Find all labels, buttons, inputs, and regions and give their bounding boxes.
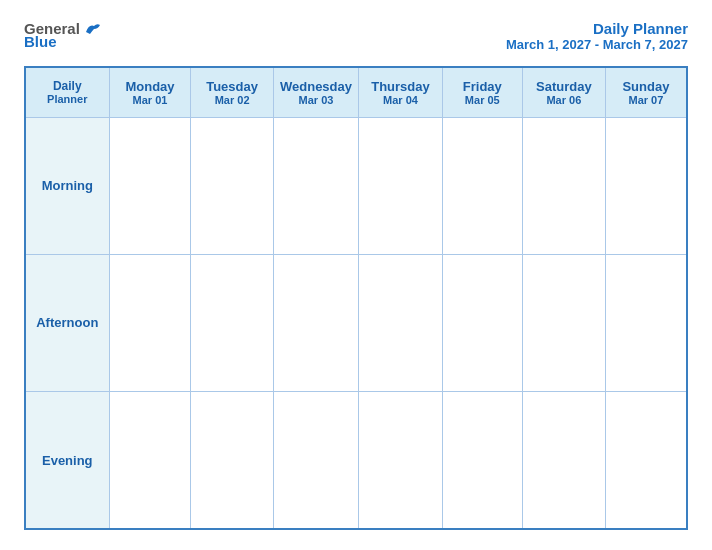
thursday-name: Thursday bbox=[359, 79, 441, 94]
evening-wednesday-cell[interactable] bbox=[273, 392, 359, 529]
morning-friday-cell[interactable] bbox=[442, 117, 522, 254]
planner-title: Daily Planner bbox=[506, 20, 688, 37]
title-area: Daily Planner March 1, 2027 - March 7, 2… bbox=[506, 20, 688, 52]
monday-date: Mar 01 bbox=[110, 94, 191, 106]
tuesday-date: Mar 02 bbox=[191, 94, 272, 106]
friday-date: Mar 05 bbox=[443, 94, 522, 106]
afternoon-friday-cell[interactable] bbox=[442, 254, 522, 391]
table-row-morning: Morning bbox=[25, 117, 687, 254]
morning-thursday-cell[interactable] bbox=[359, 117, 442, 254]
sunday-date: Mar 07 bbox=[606, 94, 686, 106]
monday-name: Monday bbox=[110, 79, 191, 94]
morning-label: Morning bbox=[25, 117, 109, 254]
evening-friday-cell[interactable] bbox=[442, 392, 522, 529]
planner-table: Daily Planner Monday Mar 01 Tuesday Mar … bbox=[24, 66, 688, 530]
header: General Blue Daily Planner March 1, 2027… bbox=[24, 20, 688, 52]
logo-area: General Blue bbox=[24, 20, 102, 50]
header-wednesday: Wednesday Mar 03 bbox=[273, 67, 359, 117]
logo-bird-icon bbox=[84, 22, 102, 36]
afternoon-thursday-cell[interactable] bbox=[359, 254, 442, 391]
daily-planner-label-line2: Planner bbox=[26, 93, 109, 105]
page: General Blue Daily Planner March 1, 2027… bbox=[0, 0, 712, 550]
morning-monday-cell[interactable] bbox=[109, 117, 191, 254]
header-sunday: Sunday Mar 07 bbox=[605, 67, 687, 117]
planner-subtitle: March 1, 2027 - March 7, 2027 bbox=[506, 37, 688, 52]
table-row-evening: Evening bbox=[25, 392, 687, 529]
afternoon-monday-cell[interactable] bbox=[109, 254, 191, 391]
evening-saturday-cell[interactable] bbox=[522, 392, 605, 529]
morning-wednesday-cell[interactable] bbox=[273, 117, 359, 254]
header-tuesday: Tuesday Mar 02 bbox=[191, 67, 273, 117]
header-daily-planner: Daily Planner bbox=[25, 67, 109, 117]
thursday-date: Mar 04 bbox=[359, 94, 441, 106]
table-header-row: Daily Planner Monday Mar 01 Tuesday Mar … bbox=[25, 67, 687, 117]
saturday-name: Saturday bbox=[523, 79, 605, 94]
afternoon-saturday-cell[interactable] bbox=[522, 254, 605, 391]
morning-sunday-cell[interactable] bbox=[605, 117, 687, 254]
evening-sunday-cell[interactable] bbox=[605, 392, 687, 529]
evening-tuesday-cell[interactable] bbox=[191, 392, 273, 529]
afternoon-tuesday-cell[interactable] bbox=[191, 254, 273, 391]
afternoon-wednesday-cell[interactable] bbox=[273, 254, 359, 391]
daily-planner-label-line1: Daily bbox=[26, 79, 109, 93]
morning-tuesday-cell[interactable] bbox=[191, 117, 273, 254]
saturday-date: Mar 06 bbox=[523, 94, 605, 106]
header-thursday: Thursday Mar 04 bbox=[359, 67, 442, 117]
header-saturday: Saturday Mar 06 bbox=[522, 67, 605, 117]
evening-monday-cell[interactable] bbox=[109, 392, 191, 529]
header-monday: Monday Mar 01 bbox=[109, 67, 191, 117]
friday-name: Friday bbox=[443, 79, 522, 94]
wednesday-date: Mar 03 bbox=[274, 94, 359, 106]
sunday-name: Sunday bbox=[606, 79, 686, 94]
table-row-afternoon: Afternoon bbox=[25, 254, 687, 391]
tuesday-name: Tuesday bbox=[191, 79, 272, 94]
wednesday-name: Wednesday bbox=[274, 79, 359, 94]
morning-saturday-cell[interactable] bbox=[522, 117, 605, 254]
logo-blue-text: Blue bbox=[24, 33, 57, 50]
afternoon-sunday-cell[interactable] bbox=[605, 254, 687, 391]
header-friday: Friday Mar 05 bbox=[442, 67, 522, 117]
evening-thursday-cell[interactable] bbox=[359, 392, 442, 529]
evening-label: Evening bbox=[25, 392, 109, 529]
afternoon-label: Afternoon bbox=[25, 254, 109, 391]
